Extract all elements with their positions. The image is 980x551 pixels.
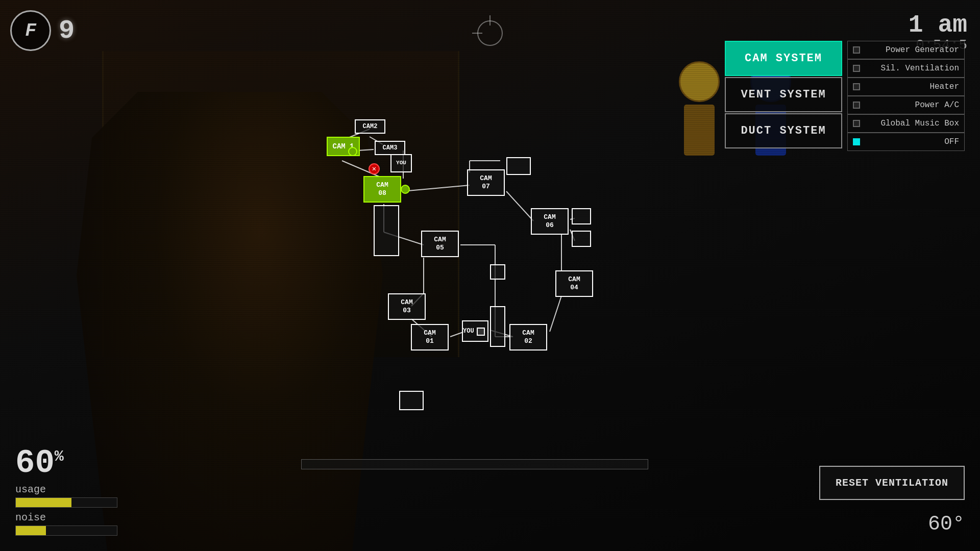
noise-bar bbox=[15, 525, 117, 536]
power-generator-label: Power Generator bbox=[863, 45, 959, 55]
temperature-display: 60° bbox=[928, 513, 965, 536]
cam08-node[interactable]: CAM08 bbox=[363, 176, 401, 203]
camera-map: CAM 1 CAM2 CAM3 ✕ YOU CAM08 CAM07 CAM06 … bbox=[301, 112, 648, 408]
chica-body bbox=[684, 105, 715, 156]
conn-box-2 bbox=[490, 306, 505, 347]
small-box-1 bbox=[572, 208, 591, 224]
heater-indicator bbox=[853, 83, 860, 90]
cam-system-button[interactable]: CAM SYSTEM bbox=[725, 41, 842, 76]
cam04-node[interactable]: CAM04 bbox=[555, 270, 593, 297]
cam3-active-indicator bbox=[401, 185, 410, 194]
night-number: 9 bbox=[59, 16, 75, 46]
cam07-node[interactable]: CAM07 bbox=[467, 169, 505, 196]
cam05-node[interactable]: CAM05 bbox=[421, 231, 459, 257]
cam-map-scrollbar[interactable] bbox=[301, 459, 648, 469]
conn-box-1 bbox=[490, 264, 505, 280]
small-box-2 bbox=[572, 231, 591, 247]
usage-label: usage bbox=[15, 484, 117, 495]
sil-ventilation-item[interactable]: Sil. Ventilation bbox=[847, 59, 965, 78]
vent-system-button[interactable]: VENT SYSTEM bbox=[725, 77, 842, 112]
time-hour: 1 am bbox=[909, 13, 967, 37]
chica-head bbox=[679, 61, 720, 102]
heater-item[interactable]: Heater bbox=[847, 78, 965, 96]
noise-label: noise bbox=[15, 512, 117, 523]
usage-bar bbox=[15, 497, 117, 508]
power-area: 60% usage noise bbox=[15, 445, 117, 536]
right-panel: Power Generator Sil. Ventilation Heater … bbox=[847, 41, 965, 151]
global-music-box-indicator bbox=[853, 120, 860, 127]
off-toggle-label: OFF bbox=[863, 137, 959, 146]
power-generator-indicator bbox=[853, 46, 860, 54]
power-ac-item[interactable]: Power A/C bbox=[847, 96, 965, 114]
svg-line-8 bbox=[506, 191, 533, 221]
power-generator-item[interactable]: Power Generator bbox=[847, 41, 965, 59]
usage-bar-fill bbox=[16, 498, 71, 507]
sil-ventilation-indicator bbox=[853, 65, 860, 72]
logo-area: F 9 bbox=[10, 10, 75, 51]
you-marker-1: YOU bbox=[390, 154, 412, 172]
upper-right-box1 bbox=[506, 157, 531, 175]
cam2-node[interactable]: CAM2 bbox=[355, 119, 385, 134]
freddy-logo: F bbox=[10, 10, 51, 51]
cam02-node[interactable]: CAM02 bbox=[509, 324, 547, 350]
off-toggle-item[interactable]: OFF bbox=[847, 133, 965, 151]
cam06-node[interactable]: CAM06 bbox=[531, 208, 569, 235]
svg-line-21 bbox=[550, 296, 561, 332]
global-music-box-item[interactable]: Global Music Box bbox=[847, 114, 965, 133]
cam1-active-indicator bbox=[348, 147, 357, 156]
power-percent: 60% bbox=[15, 445, 117, 482]
cam01-node[interactable]: CAM01 bbox=[411, 324, 449, 350]
sil-ventilation-label: Sil. Ventilation bbox=[863, 64, 959, 73]
power-ac-label: Power A/C bbox=[863, 101, 959, 110]
off-toggle-indicator bbox=[853, 138, 860, 145]
heater-label: Heater bbox=[863, 82, 959, 91]
you-marker-2: YOU bbox=[462, 320, 488, 342]
cam8-ext-box bbox=[374, 205, 399, 256]
main-system-buttons: CAM SYSTEM VENT SYSTEM DUCT SYSTEM bbox=[725, 41, 842, 149]
duct-system-button[interactable]: DUCT SYSTEM bbox=[725, 113, 842, 148]
reset-ventilation-button[interactable]: RESET VENTILATION bbox=[819, 466, 965, 500]
cam03-left-box bbox=[399, 391, 424, 410]
x-marker-cam: ✕ bbox=[369, 163, 380, 174]
noise-bar-fill bbox=[16, 526, 46, 535]
svg-line-5 bbox=[402, 185, 470, 191]
animatronic-chica bbox=[669, 61, 730, 163]
power-ac-indicator bbox=[853, 102, 860, 109]
global-music-box-label: Global Music Box bbox=[863, 119, 959, 128]
cam3-top-node[interactable]: CAM3 bbox=[375, 141, 405, 155]
cam-map-connectors bbox=[301, 112, 648, 408]
cam03-node[interactable]: CAM03 bbox=[388, 293, 426, 320]
